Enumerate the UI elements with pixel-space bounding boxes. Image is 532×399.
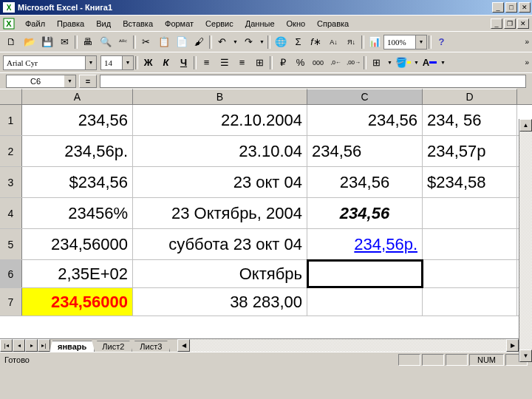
row-header-5[interactable]: 5 <box>0 229 22 259</box>
sheet-tab-1[interactable]: январь <box>50 341 95 352</box>
doc-minimize-button[interactable]: _ <box>491 18 502 29</box>
cell-A7[interactable]: 234,56000 <box>22 288 133 316</box>
cell-D4[interactable] <box>423 198 517 228</box>
name-box-input[interactable] <box>7 77 64 86</box>
spelling-button[interactable]: ᴬᴮᶜ <box>115 34 132 50</box>
doc-close-button[interactable]: ✕ <box>517 18 529 29</box>
chart-button[interactable]: 📊 <box>366 34 383 50</box>
menu-data[interactable]: Данные <box>239 18 281 30</box>
font-color-button[interactable]: А <box>421 55 438 71</box>
cell-B3[interactable]: 23 окт 04 <box>133 167 307 197</box>
row-header-3[interactable]: 3 <box>0 167 22 197</box>
tab-nav-next[interactable]: ▸ <box>25 339 38 352</box>
fill-color-dropdown[interactable]: ▼ <box>412 55 420 71</box>
sort-desc-button[interactable]: Я↓ <box>343 34 360 50</box>
zoom-combo[interactable]: ▼ <box>383 35 427 50</box>
scroll-down-button[interactable]: ▼ <box>519 349 532 362</box>
merge-center-button[interactable]: ⊞ <box>251 55 268 71</box>
formula-bar[interactable] <box>100 75 526 88</box>
col-header-a[interactable]: A <box>22 89 133 104</box>
close-button[interactable]: ✕ <box>519 2 531 13</box>
align-right-button[interactable]: ≡ <box>233 55 250 71</box>
cell-B4[interactable]: 23 Октябрь, 2004 <box>133 198 307 228</box>
horizontal-scrollbar[interactable]: ◀ ▶ <box>177 339 519 352</box>
decrease-decimal-button[interactable]: ,00→ <box>345 55 362 71</box>
cell-C1[interactable]: 234,56 <box>307 105 423 135</box>
sheet-tab-2[interactable]: Лист2 <box>94 341 132 352</box>
size-combo[interactable]: ▼ <box>100 55 134 70</box>
new-button[interactable]: 🗋 <box>3 34 20 50</box>
cell-A3[interactable]: $234,56 <box>22 167 133 197</box>
tab-nav-last[interactable]: ▸| <box>38 339 50 352</box>
name-box-dropdown-icon[interactable]: ▼ <box>64 75 75 87</box>
zoom-dropdown-icon[interactable]: ▼ <box>415 35 426 49</box>
menu-insert[interactable]: Вставка <box>117 18 159 30</box>
menu-edit[interactable]: Правка <box>51 18 90 30</box>
format-painter-button[interactable]: 🖌 <box>191 34 208 50</box>
function-button[interactable]: f∗ <box>307 34 324 50</box>
comma-button[interactable]: 000 <box>310 55 327 71</box>
toolbar-overflow-icon[interactable]: » <box>525 38 529 46</box>
undo-dropdown[interactable]: ▼ <box>231 34 239 50</box>
cell-A2[interactable]: 234,56р. <box>22 136 133 166</box>
borders-dropdown[interactable]: ▼ <box>386 55 394 71</box>
cut-button[interactable]: ✂ <box>137 34 154 50</box>
col-header-b[interactable]: B <box>133 89 307 104</box>
font-input[interactable] <box>4 56 85 69</box>
cell-D2[interactable]: 234,57р <box>423 136 517 166</box>
cell-A1[interactable]: 234,56 <box>22 105 133 135</box>
scroll-right-button[interactable]: ▶ <box>506 339 519 352</box>
doc-restore-button[interactable]: ❐ <box>504 18 516 29</box>
cell-B7[interactable]: 38 283,00 <box>133 288 307 316</box>
vscroll-track[interactable] <box>519 132 532 349</box>
row-header-4[interactable]: 4 <box>0 198 22 228</box>
name-box[interactable]: ▼ <box>6 75 76 88</box>
email-button[interactable]: ✉ <box>56 34 73 50</box>
underline-button[interactable]: Ч <box>175 55 192 71</box>
paste-button[interactable]: 📄 <box>173 34 190 50</box>
increase-decimal-button[interactable]: ,0← <box>327 55 344 71</box>
menu-format[interactable]: Формат <box>159 18 200 30</box>
cell-C3[interactable]: 234,56 <box>307 167 423 197</box>
zoom-input[interactable] <box>384 35 415 49</box>
row-header-7[interactable]: 7 <box>0 288 22 316</box>
size-dropdown-icon[interactable]: ▼ <box>122 56 133 69</box>
print-preview-button[interactable]: 🔍 <box>97 34 114 50</box>
align-left-button[interactable]: ≡ <box>198 55 215 71</box>
help-button[interactable]: ? <box>433 34 450 50</box>
menu-view[interactable]: Вид <box>90 18 117 30</box>
row-header-1[interactable]: 1 <box>0 105 22 135</box>
cell-D5[interactable] <box>423 229 517 259</box>
row-header-6[interactable]: 6 <box>0 260 22 287</box>
hyperlink-button[interactable]: 🌐 <box>272 34 289 50</box>
cell-D7[interactable] <box>423 288 517 316</box>
cell-B6[interactable]: Октябрь <box>133 260 307 287</box>
menu-tools[interactable]: Сервис <box>200 18 239 30</box>
print-button[interactable]: 🖶 <box>79 34 96 50</box>
italic-button[interactable]: К <box>157 55 174 71</box>
cell-C5[interactable]: 234,56р. <box>307 229 423 259</box>
size-input[interactable] <box>101 56 122 69</box>
menu-file[interactable]: Файл <box>19 18 51 30</box>
scroll-up-button[interactable]: ▲ <box>519 119 532 132</box>
cell-B5[interactable]: суббота 23 окт 04 <box>133 229 307 259</box>
col-header-d[interactable]: D <box>423 89 517 104</box>
undo-button[interactable]: ↶ <box>214 34 231 50</box>
vertical-scrollbar[interactable]: ▲ ▼ <box>519 119 532 362</box>
save-button[interactable]: 💾 <box>38 34 55 50</box>
tab-nav-first[interactable]: |◂ <box>0 339 13 352</box>
copy-button[interactable]: 📋 <box>155 34 172 50</box>
currency-button[interactable]: ₽ <box>274 55 291 71</box>
select-all-corner[interactable] <box>0 89 22 104</box>
minimize-button[interactable]: _ <box>492 2 504 13</box>
cell-C2[interactable]: 234,56 <box>307 136 423 166</box>
redo-button[interactable]: ↷ <box>240 34 257 50</box>
sort-asc-button[interactable]: А↓ <box>325 34 342 50</box>
cell-D3[interactable]: $234,58 <box>423 167 517 197</box>
cell-A4[interactable]: 23456% <box>22 198 133 228</box>
cell-D6[interactable] <box>423 260 517 287</box>
bold-button[interactable]: Ж <box>140 55 157 71</box>
cell-B1[interactable]: 22.10.2004 <box>133 105 307 135</box>
fill-color-button[interactable]: 🪣 <box>395 55 412 71</box>
row-header-2[interactable]: 2 <box>0 136 22 166</box>
